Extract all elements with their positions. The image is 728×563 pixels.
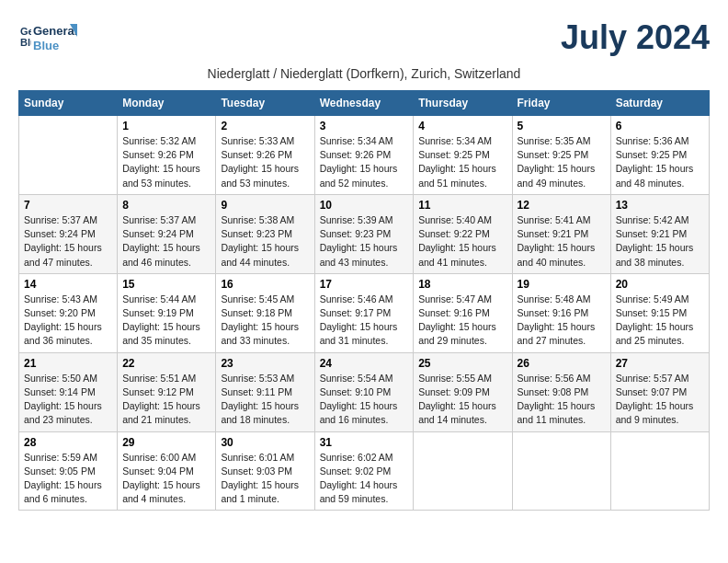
day-info: Sunrise: 5:51 AM Sunset: 9:12 PM Dayligh…: [122, 372, 210, 428]
day-info: Sunrise: 5:37 AM Sunset: 9:24 PM Dayligh…: [122, 213, 210, 270]
calendar-cell: [610, 431, 709, 511]
day-number: 22: [122, 357, 210, 370]
day-info: Sunrise: 6:00 AM Sunset: 9:04 PM Dayligh…: [122, 451, 210, 507]
calendar-cell: 17Sunrise: 5:46 AM Sunset: 9:17 PM Dayli…: [314, 273, 414, 352]
calendar-week-1: 1Sunrise: 5:32 AM Sunset: 9:26 PM Daylig…: [19, 116, 710, 195]
day-info: Sunrise: 5:47 AM Sunset: 9:16 PM Dayligh…: [418, 293, 506, 349]
day-number: 31: [320, 436, 409, 449]
day-number: 9: [221, 199, 309, 212]
day-number: 28: [24, 436, 112, 449]
day-number: 12: [518, 199, 606, 212]
day-number: 2: [221, 120, 309, 132]
day-number: 10: [320, 199, 409, 212]
calendar-cell: 11Sunrise: 5:40 AM Sunset: 9:22 PM Dayli…: [414, 194, 512, 273]
weekday-header-saturday: Saturday: [610, 91, 709, 116]
calendar-cell: 3Sunrise: 5:34 AM Sunset: 9:26 PM Daylig…: [314, 116, 414, 195]
calendar-cell: 24Sunrise: 5:54 AM Sunset: 9:10 PM Dayli…: [314, 352, 414, 431]
day-info: Sunrise: 5:39 AM Sunset: 9:23 PM Dayligh…: [320, 213, 409, 270]
day-number: 21: [24, 357, 112, 370]
calendar-cell: 5Sunrise: 5:35 AM Sunset: 9:25 PM Daylig…: [512, 116, 610, 195]
weekday-header-tuesday: Tuesday: [216, 91, 314, 116]
calendar-cell: 23Sunrise: 5:53 AM Sunset: 9:11 PM Dayli…: [216, 352, 314, 431]
weekday-header-sunday: Sunday: [19, 91, 118, 116]
day-number: 26: [518, 357, 606, 370]
day-info: Sunrise: 5:50 AM Sunset: 9:14 PM Dayligh…: [24, 372, 112, 428]
calendar-cell: 21Sunrise: 5:50 AM Sunset: 9:14 PM Dayli…: [19, 352, 118, 431]
day-number: 11: [418, 199, 506, 212]
day-number: 27: [616, 357, 704, 370]
day-info: Sunrise: 5:38 AM Sunset: 9:23 PM Dayligh…: [221, 213, 309, 270]
day-number: 19: [518, 278, 606, 291]
title-section: July 2024: [561, 18, 710, 57]
calendar-cell: 27Sunrise: 5:57 AM Sunset: 9:07 PM Dayli…: [610, 352, 709, 431]
day-info: Sunrise: 5:41 AM Sunset: 9:21 PM Dayligh…: [518, 213, 606, 270]
day-info: Sunrise: 5:57 AM Sunset: 9:07 PM Dayligh…: [616, 372, 704, 428]
day-info: Sunrise: 5:33 AM Sunset: 9:26 PM Dayligh…: [221, 134, 309, 190]
day-info: Sunrise: 5:49 AM Sunset: 9:15 PM Dayligh…: [616, 293, 704, 349]
day-info: Sunrise: 5:36 AM Sunset: 9:25 PM Dayligh…: [616, 134, 704, 190]
calendar-cell: 14Sunrise: 5:43 AM Sunset: 9:20 PM Dayli…: [19, 273, 118, 352]
day-number: 4: [418, 120, 506, 132]
day-info: Sunrise: 5:37 AM Sunset: 9:24 PM Dayligh…: [24, 213, 112, 270]
day-number: 24: [320, 357, 409, 370]
calendar-cell: 16Sunrise: 5:45 AM Sunset: 9:18 PM Dayli…: [216, 273, 314, 352]
calendar-cell: 8Sunrise: 5:37 AM Sunset: 9:24 PM Daylig…: [118, 194, 216, 273]
day-number: 14: [24, 278, 112, 291]
day-info: Sunrise: 5:59 AM Sunset: 9:05 PM Dayligh…: [24, 451, 112, 507]
day-number: 20: [616, 278, 704, 291]
calendar-cell: [512, 431, 610, 511]
calendar-cell: 18Sunrise: 5:47 AM Sunset: 9:16 PM Dayli…: [414, 273, 512, 352]
calendar-week-2: 7Sunrise: 5:37 AM Sunset: 9:24 PM Daylig…: [19, 194, 710, 273]
calendar-week-5: 28Sunrise: 5:59 AM Sunset: 9:05 PM Dayli…: [19, 431, 710, 511]
logo: General Blue General Blue: [18, 18, 77, 55]
calendar-cell: 26Sunrise: 5:56 AM Sunset: 9:08 PM Dayli…: [512, 352, 610, 431]
weekday-header-row: SundayMondayTuesdayWednesdayThursdayFrid…: [19, 91, 710, 116]
day-number: 5: [518, 120, 606, 132]
calendar-cell: 12Sunrise: 5:41 AM Sunset: 9:21 PM Dayli…: [512, 194, 610, 273]
day-info: Sunrise: 5:54 AM Sunset: 9:10 PM Dayligh…: [320, 372, 409, 428]
calendar-cell: 7Sunrise: 5:37 AM Sunset: 9:24 PM Daylig…: [19, 194, 118, 273]
calendar-table: SundayMondayTuesdayWednesdayThursdayFrid…: [18, 90, 710, 511]
calendar-cell: [19, 116, 118, 195]
day-info: Sunrise: 5:40 AM Sunset: 9:22 PM Dayligh…: [418, 213, 506, 270]
calendar-cell: 1Sunrise: 5:32 AM Sunset: 9:26 PM Daylig…: [118, 116, 216, 195]
day-number: 13: [616, 199, 704, 212]
calendar-cell: 6Sunrise: 5:36 AM Sunset: 9:25 PM Daylig…: [610, 116, 709, 195]
calendar-cell: 30Sunrise: 6:01 AM Sunset: 9:03 PM Dayli…: [216, 431, 314, 511]
calendar-cell: 19Sunrise: 5:48 AM Sunset: 9:16 PM Dayli…: [512, 273, 610, 352]
calendar-cell: 29Sunrise: 6:00 AM Sunset: 9:04 PM Dayli…: [118, 431, 216, 511]
day-number: 23: [221, 357, 309, 370]
calendar-cell: 31Sunrise: 6:02 AM Sunset: 9:02 PM Dayli…: [314, 431, 414, 511]
day-info: Sunrise: 5:42 AM Sunset: 9:21 PM Dayligh…: [616, 213, 704, 270]
day-number: 16: [221, 278, 309, 291]
day-info: Sunrise: 5:32 AM Sunset: 9:26 PM Dayligh…: [122, 134, 210, 190]
day-number: 15: [122, 278, 210, 291]
day-info: Sunrise: 5:53 AM Sunset: 9:11 PM Dayligh…: [221, 372, 309, 428]
calendar-cell: 25Sunrise: 5:55 AM Sunset: 9:09 PM Dayli…: [414, 352, 512, 431]
day-info: Sunrise: 5:45 AM Sunset: 9:18 PM Dayligh…: [221, 293, 309, 349]
day-info: Sunrise: 6:01 AM Sunset: 9:03 PM Dayligh…: [221, 451, 309, 507]
calendar-cell: 15Sunrise: 5:44 AM Sunset: 9:19 PM Dayli…: [118, 273, 216, 352]
day-number: 7: [24, 199, 112, 212]
calendar-cell: 4Sunrise: 5:34 AM Sunset: 9:25 PM Daylig…: [414, 116, 512, 195]
day-info: Sunrise: 5:43 AM Sunset: 9:20 PM Dayligh…: [24, 293, 112, 349]
day-number: 30: [221, 436, 309, 449]
calendar-cell: 22Sunrise: 5:51 AM Sunset: 9:12 PM Dayli…: [118, 352, 216, 431]
calendar-cell: [414, 431, 512, 511]
day-number: 25: [418, 357, 506, 370]
month-year-title: July 2024: [561, 18, 710, 57]
day-info: Sunrise: 5:34 AM Sunset: 9:26 PM Dayligh…: [320, 134, 409, 190]
day-number: 18: [418, 278, 506, 291]
weekday-header-wednesday: Wednesday: [314, 91, 414, 116]
weekday-header-monday: Monday: [118, 91, 216, 116]
calendar-cell: 13Sunrise: 5:42 AM Sunset: 9:21 PM Dayli…: [610, 194, 709, 273]
calendar-cell: 20Sunrise: 5:49 AM Sunset: 9:15 PM Dayli…: [610, 273, 709, 352]
day-info: Sunrise: 5:34 AM Sunset: 9:25 PM Dayligh…: [418, 134, 506, 190]
calendar-week-3: 14Sunrise: 5:43 AM Sunset: 9:20 PM Dayli…: [19, 273, 710, 352]
calendar-week-4: 21Sunrise: 5:50 AM Sunset: 9:14 PM Dayli…: [19, 352, 710, 431]
day-info: Sunrise: 5:48 AM Sunset: 9:16 PM Dayligh…: [518, 293, 606, 349]
weekday-header-friday: Friday: [512, 91, 610, 116]
day-number: 17: [320, 278, 409, 291]
day-info: Sunrise: 5:35 AM Sunset: 9:25 PM Dayligh…: [518, 134, 606, 190]
day-number: 1: [122, 120, 210, 132]
